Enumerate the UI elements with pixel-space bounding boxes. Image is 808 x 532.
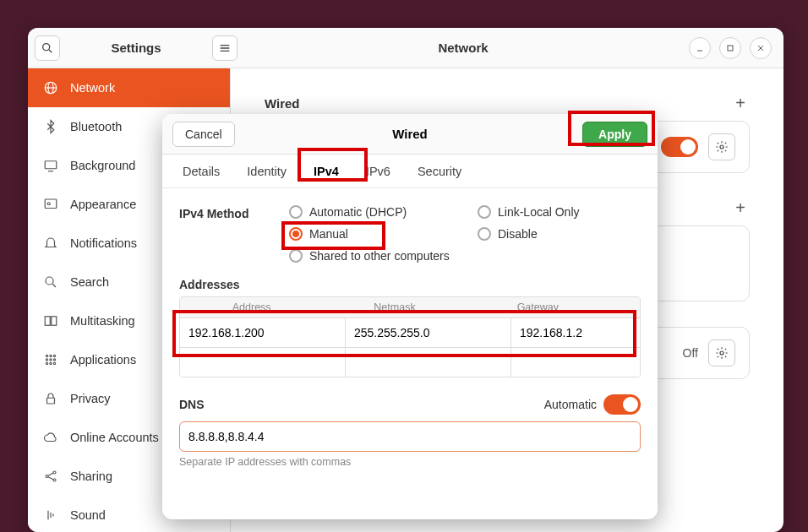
dns-label: DNS — [179, 398, 205, 411]
sidebar-item-label: Appearance — [70, 198, 136, 211]
gear-icon — [715, 346, 729, 360]
svg-line-1 — [49, 50, 52, 52]
col-gateway: Gateway — [467, 297, 609, 318]
ipv4-method-shared-to-other-computers[interactable]: Shared to other computers — [289, 249, 641, 263]
sidebar-item-label: Multitasking — [70, 314, 135, 328]
radio-label: Disable — [498, 227, 538, 241]
search-button[interactable] — [35, 35, 60, 61]
tab-ipv6[interactable]: IPv6 — [363, 158, 394, 185]
svg-point-36 — [720, 351, 723, 355]
addresses-table: Address Netmask Gateway — [179, 296, 641, 377]
page-title: Network — [237, 41, 689, 55]
svg-point-20 — [46, 355, 47, 356]
ipv4-method-link-local-only[interactable]: Link-Local Only — [478, 205, 641, 219]
tab-ipv4[interactable]: IPv4 — [310, 158, 342, 185]
gateway-input[interactable] — [511, 318, 641, 347]
bt-icon — [43, 119, 58, 134]
ipv4-method-label: IPv4 Method — [179, 205, 289, 220]
address-row — [180, 318, 640, 347]
close-button[interactable] — [750, 37, 772, 59]
radio-icon — [478, 205, 491, 219]
search-icon — [43, 274, 58, 290]
svg-rect-29 — [47, 398, 55, 404]
tab-identity[interactable]: Identity — [243, 158, 290, 185]
radio-icon — [289, 249, 303, 263]
apps-icon — [43, 352, 58, 367]
tab-details[interactable]: Details — [179, 158, 223, 185]
dialog-body: IPv4 Method Automatic (DHCP)Link-Local O… — [162, 188, 658, 519]
sidebar-item-label: Search — [70, 275, 109, 289]
svg-rect-6 — [728, 46, 733, 51]
radio-label: Link-Local Only — [498, 205, 580, 219]
bell-icon — [43, 236, 58, 251]
svg-point-23 — [46, 359, 47, 361]
cancel-button[interactable]: Cancel — [172, 122, 235, 147]
svg-point-27 — [50, 362, 52, 364]
sidebar-item-network[interactable]: Network — [28, 68, 230, 107]
cloud-icon — [43, 430, 58, 445]
svg-point-24 — [50, 359, 52, 361]
ipv4-method-manual[interactable]: Manual — [289, 227, 452, 241]
titlebar: Settings Network — [28, 28, 783, 68]
wired-toggle[interactable] — [661, 137, 698, 157]
svg-point-26 — [46, 362, 47, 364]
sidebar-item-label: Online Accounts — [70, 431, 159, 444]
dns-hint: Separate IP addresses with commas — [179, 456, 641, 468]
svg-point-15 — [47, 203, 50, 205]
ipv4-method-automatic-dhcp-[interactable]: Automatic (DHCP) — [289, 205, 452, 219]
svg-rect-18 — [45, 317, 50, 326]
dialog-header: Cancel Wired Apply — [162, 114, 658, 155]
gear-icon — [715, 140, 729, 154]
svg-rect-19 — [52, 317, 57, 326]
ipv4-method-group: Automatic (DHCP)Link-Local OnlyManualDis… — [289, 205, 641, 263]
minimize-button[interactable] — [689, 37, 711, 59]
tab-security[interactable]: Security — [414, 158, 465, 185]
dns-auto-label: Automatic — [544, 398, 597, 411]
address-input[interactable] — [180, 318, 346, 347]
gateway-input[interactable] — [511, 348, 641, 377]
svg-rect-12 — [45, 161, 57, 169]
svg-point-28 — [53, 362, 55, 364]
netmask-input[interactable] — [346, 348, 511, 377]
proxy-gear-button[interactable] — [708, 339, 735, 366]
globe-icon — [43, 80, 58, 95]
svg-point-30 — [46, 475, 48, 478]
apply-button[interactable]: Apply — [582, 122, 647, 147]
appearance-icon — [43, 197, 58, 212]
wired-gear-button[interactable] — [708, 133, 735, 160]
maximize-button[interactable] — [719, 37, 741, 59]
svg-point-22 — [53, 355, 55, 356]
sidebar-item-label: Network — [70, 81, 115, 95]
svg-rect-14 — [45, 199, 57, 209]
dns-auto-toggle[interactable] — [603, 394, 641, 415]
add-wired-button[interactable]: + — [731, 94, 750, 112]
multi-icon — [43, 313, 58, 328]
search-icon — [41, 41, 54, 55]
address-row — [180, 347, 640, 377]
monitor-icon — [43, 158, 58, 173]
sound-icon — [43, 508, 58, 523]
radio-label: Automatic (DHCP) — [309, 205, 407, 219]
svg-point-31 — [53, 471, 56, 474]
share-icon — [43, 469, 58, 484]
svg-point-21 — [50, 355, 52, 356]
hamburger-icon — [218, 41, 232, 55]
wired-section-title: Wired — [265, 96, 300, 111]
hamburger-button[interactable] — [212, 35, 237, 61]
sidebar-item-label: Sound — [70, 508, 106, 522]
close-icon — [756, 43, 766, 53]
add-vpn-button[interactable]: + — [731, 198, 750, 217]
ipv4-method-disable[interactable]: Disable — [478, 227, 641, 241]
svg-line-33 — [48, 473, 53, 475]
minimize-icon — [695, 43, 705, 53]
sidebar-item-label: Bluetooth — [70, 120, 122, 133]
sidebar-item-label: Background — [70, 159, 135, 172]
svg-point-25 — [53, 359, 55, 361]
sidebar-item-label: Sharing — [70, 470, 112, 483]
address-input[interactable] — [180, 348, 346, 377]
radio-label: Shared to other computers — [309, 249, 450, 263]
addresses-label: Addresses — [179, 278, 641, 291]
dns-input[interactable] — [179, 421, 641, 452]
radio-label: Manual — [309, 227, 348, 241]
netmask-input[interactable] — [346, 318, 511, 347]
